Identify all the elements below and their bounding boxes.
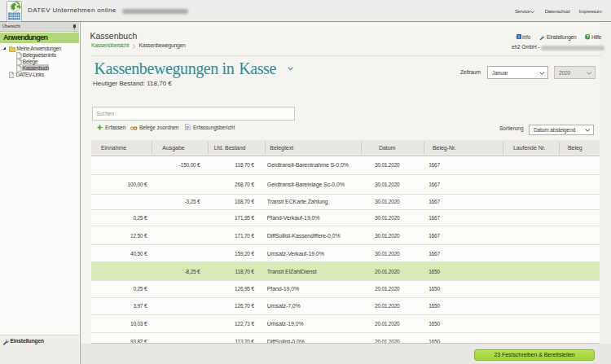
- svg-text:?: ?: [586, 34, 588, 39]
